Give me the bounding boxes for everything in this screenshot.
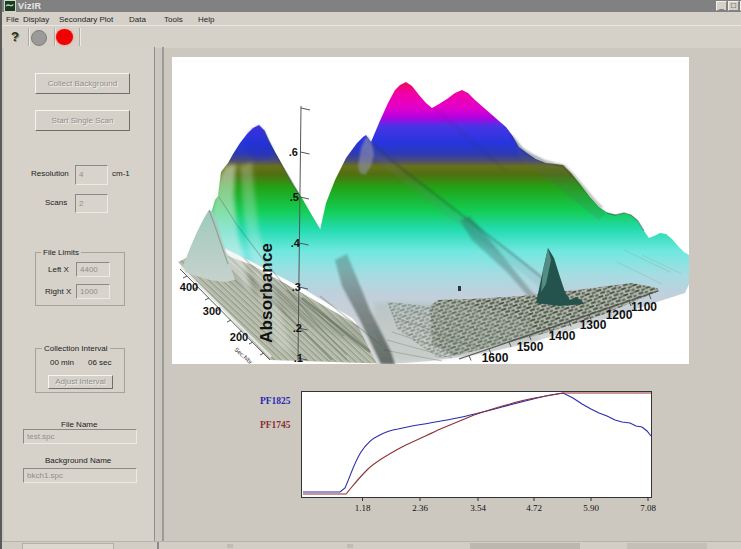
svg-text:1600: 1600: [482, 351, 509, 364]
svg-text:Absorbance: Absorbance: [257, 243, 276, 343]
svg-text:.1: .1: [294, 352, 303, 364]
svg-text:.6: .6: [289, 146, 298, 158]
svg-text:1300: 1300: [580, 318, 607, 332]
svg-text:1.18: 1.18: [355, 503, 371, 513]
svg-text:.2: .2: [293, 322, 302, 334]
svg-text:5.90: 5.90: [583, 503, 599, 513]
svg-text:1400: 1400: [549, 329, 576, 343]
svg-text:2.36: 2.36: [412, 503, 428, 513]
svg-text:1200: 1200: [606, 308, 633, 322]
svg-text:1500: 1500: [517, 340, 544, 354]
svg-text:200: 200: [230, 331, 248, 343]
svg-text:7.08: 7.08: [640, 503, 656, 513]
svg-text:PF1745: PF1745: [260, 420, 291, 430]
svg-text:400: 400: [180, 281, 198, 293]
svg-text:300: 300: [203, 305, 221, 317]
svg-text:3.54: 3.54: [470, 503, 486, 513]
svg-text:.3: .3: [292, 281, 301, 293]
svg-text:.4: .4: [291, 237, 301, 249]
svg-text:PF1825: PF1825: [260, 396, 291, 406]
svg-text:4.72: 4.72: [526, 503, 542, 513]
svg-text:1100: 1100: [631, 300, 657, 314]
svg-text:.5: .5: [290, 191, 299, 203]
